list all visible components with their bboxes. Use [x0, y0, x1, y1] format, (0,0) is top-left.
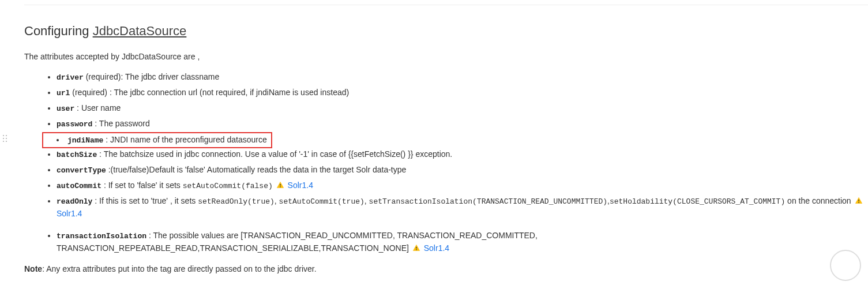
attribute-name: password	[57, 120, 92, 129]
attribute-desc: : The password	[92, 119, 149, 128]
warning-icon	[855, 197, 863, 205]
warning-icon	[412, 244, 420, 252]
attribute-desc: : JNDI name of the preconfigured datasou…	[103, 135, 266, 144]
attribute-desc: on the connection	[785, 196, 853, 205]
attribute-name: jndiName	[67, 136, 103, 145]
attribute-item: transactionIsolation : The possible valu…	[57, 230, 868, 255]
attribute-item: driver (required): The jdbc driver class…	[57, 71, 868, 84]
heading-link[interactable]: JdbcDataSource	[93, 24, 187, 38]
attribute-item: batchSize : The batchsize used in jdbc c…	[57, 148, 868, 161]
drag-handle-icon[interactable]	[2, 134, 8, 142]
code-snippet: setAutoCommit(false)	[183, 182, 273, 190]
attribute-name: transactionIsolation	[57, 232, 146, 241]
attribute-desc: (required) : The jdbc connection url (no…	[70, 88, 349, 97]
attribute-item: user : User name	[57, 102, 868, 115]
attribute-name: readOnly	[57, 197, 92, 206]
attribute-item: autoCommit : If set to 'false' it sets s…	[57, 179, 868, 192]
floating-circle-icon[interactable]	[830, 250, 861, 281]
note-text: : Any extra attributes put into the tag …	[42, 264, 317, 273]
attribute-item: jndiName : JNDI name of the preconfigure…	[44, 134, 270, 147]
section-heading: Configuring JdbcDataSource	[24, 21, 868, 40]
attribute-desc: : User name	[74, 103, 121, 112]
attribute-item: readOnly : If this is set to 'true' , it…	[57, 195, 868, 220]
code-snippet: setReadOnly(true)	[198, 197, 275, 206]
svg-rect-6	[3, 141, 4, 142]
attribute-name: convertType	[57, 166, 106, 175]
attribute-desc: (required): The jdbc driver classname	[84, 72, 220, 81]
attribute-item: convertType :(true/false)Default is 'fal…	[57, 164, 868, 177]
attribute-name: batchSize	[57, 151, 97, 159]
svg-rect-4	[3, 138, 4, 139]
attribute-name: user	[57, 104, 74, 113]
warning-icon	[276, 181, 284, 189]
note-paragraph: Note: Any extra attributes put into the …	[24, 263, 868, 275]
code-snippet: setHoldability(CLOSE_CURSORS_AT_COMMIT)	[610, 197, 785, 206]
attribute-list: driver (required): The jdbc driver class…	[24, 71, 868, 220]
code-snippet: setTransactionIsolation(TRANSACTION_READ…	[369, 197, 607, 206]
attribute-desc: : The batchsize used in jdbc connection.…	[97, 149, 452, 159]
attribute-desc: : If this is set to 'true' , it sets	[92, 196, 198, 205]
solr-version-link[interactable]: Solr1.4	[57, 209, 82, 218]
divider	[24, 5, 868, 5]
heading-prefix: Configuring	[24, 24, 93, 38]
attribute-name: autoCommit	[57, 182, 102, 190]
attribute-desc: : If set to 'false' it sets	[102, 181, 183, 190]
svg-rect-2	[3, 135, 4, 136]
solr-version-link[interactable]: Solr1.4	[424, 243, 449, 253]
svg-rect-5	[6, 138, 7, 139]
attribute-name: driver	[57, 73, 84, 82]
solr-version-link[interactable]: Solr1.4	[288, 181, 313, 190]
attribute-item: password : The password	[57, 118, 868, 130]
code-snippet: setAutoCommit(true)	[279, 197, 365, 206]
svg-rect-7	[6, 141, 7, 142]
attribute-list-extra: transactionIsolation : The possible valu…	[24, 230, 868, 255]
svg-rect-3	[6, 135, 7, 136]
attribute-name: url	[57, 89, 70, 97]
attribute-desc: :(true/false)Default is 'false' Automati…	[106, 165, 407, 174]
attribute-item: url (required) : The jdbc connection url…	[57, 87, 868, 99]
note-label: Note	[24, 264, 42, 273]
intro-text: The attributes accepted by JdbcDataSourc…	[24, 51, 868, 63]
